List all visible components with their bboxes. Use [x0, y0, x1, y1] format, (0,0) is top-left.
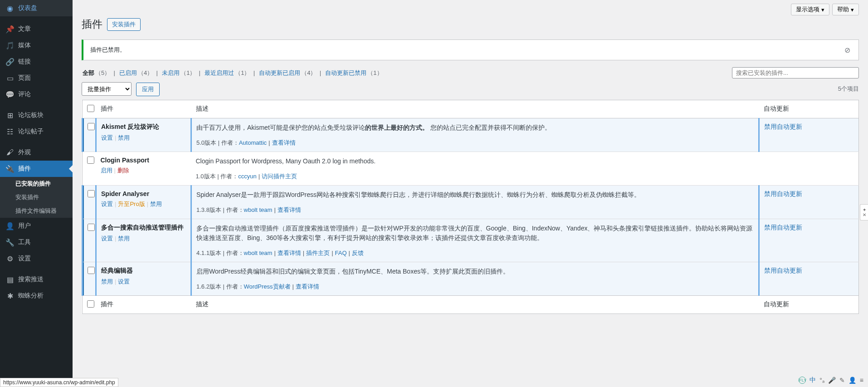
- auto-update-toggle[interactable]: 禁用自动更新: [764, 267, 802, 274]
- add-new-plugin-button[interactable]: 安装插件: [107, 18, 141, 31]
- plugins-table: 插件 描述 自动更新 Akismet 反垃圾评论设置|禁用由千百万人使用，Aki…: [82, 100, 859, 314]
- plugin-action-link[interactable]: 禁用: [101, 278, 113, 285]
- sidebar-item-comments[interactable]: 💬评论: [0, 86, 73, 103]
- sidebar-item-settings[interactable]: ⚙设置: [0, 250, 73, 267]
- plugin-meta-link[interactable]: 插件主页: [306, 250, 330, 256]
- plugin-meta-link[interactable]: 查看详情: [272, 139, 296, 146]
- page-title: 插件: [82, 17, 102, 31]
- plugin-row-actions: 启用|删除: [101, 167, 187, 175]
- plugin-checkbox[interactable]: [87, 157, 94, 164]
- ime-user-icon[interactable]: 👤: [848, 377, 856, 384]
- plugin-checkbox[interactable]: [88, 224, 95, 231]
- ime-punct-icon[interactable]: °ₐ: [819, 377, 824, 384]
- plugin-author-link[interactable]: Automattic: [239, 139, 267, 146]
- filter-recent[interactable]: 最近启用过: [204, 69, 235, 76]
- plugin-meta-link[interactable]: 访问插件主页: [262, 173, 297, 180]
- sidebar-item-users[interactable]: 👤用户: [0, 218, 73, 234]
- filter-all[interactable]: 全部: [82, 69, 95, 76]
- apply-bulk-button[interactable]: 应用: [136, 83, 160, 96]
- plugin-action-link[interactable]: 设置: [101, 235, 113, 242]
- plugins-submenu: 已安装的插件 安装插件 插件文件编辑器: [0, 177, 73, 218]
- chevron-down-icon: ▾: [821, 6, 824, 13]
- filter-inactive[interactable]: 未启用: [161, 69, 180, 76]
- sidebar-item-posts[interactable]: 📌文章: [0, 21, 73, 37]
- auto-update-toggle[interactable]: 禁用自动更新: [764, 224, 802, 231]
- plugin-action-link[interactable]: 禁用: [118, 235, 130, 242]
- select-all-checkbox[interactable]: [87, 105, 94, 112]
- sidebar-item-appearance[interactable]: 🖌外观: [0, 144, 73, 161]
- plugin-action-link[interactable]: 设置: [101, 201, 113, 207]
- plugin-checkbox[interactable]: [88, 267, 95, 274]
- notice-message: 插件已禁用。: [90, 46, 126, 54]
- chevron-down-icon: ▾: [851, 6, 854, 13]
- dashboard-icon: ◉: [5, 4, 15, 13]
- sidebar-item-forum-boards[interactable]: ⊞论坛板块: [0, 107, 73, 123]
- plugin-meta: 4.1.1版本 | 作者：wbolt team|查看详情|插件主页|FAQ|反馈: [196, 249, 754, 257]
- plugin-author-link[interactable]: wbolt team: [244, 250, 273, 256]
- submenu-installed-plugins[interactable]: 已安装的插件: [0, 177, 73, 191]
- col-auto-footer: 自动更新: [759, 295, 859, 314]
- bulk-action-select[interactable]: 批量操作: [82, 82, 132, 96]
- sidebar-item-spider[interactable]: ✱蜘蛛分析: [0, 288, 73, 304]
- sidebar-item-search-push[interactable]: ▤搜索推送: [0, 271, 73, 288]
- spider-icon: ✱: [5, 291, 15, 300]
- plugin-action-link[interactable]: 禁用: [118, 134, 130, 141]
- plugin-meta: 1.6.2版本 | 作者：WordPress贡献者|查看详情: [196, 283, 754, 291]
- plugin-meta-link[interactable]: 查看详情: [278, 206, 301, 213]
- plugin-action-link[interactable]: 启用: [101, 167, 112, 174]
- boards-icon: ⊞: [5, 111, 15, 120]
- sidebar-item-dashboard[interactable]: ◉仪表盘: [0, 0, 73, 16]
- plugin-author-link[interactable]: wbolt team: [244, 206, 273, 213]
- plugin-row: 经典编辑器禁用|设置启用WordPress经典编辑器和旧式的编辑文章页面，包括T…: [83, 262, 859, 295]
- search-plugins-input[interactable]: [732, 67, 859, 78]
- filter-auto-off[interactable]: 自动更新已禁用: [324, 69, 367, 76]
- screen-options-button[interactable]: 显示选项 ▾: [791, 4, 829, 15]
- submenu-plugin-editor[interactable]: 插件文件编辑器: [0, 204, 73, 218]
- sidebar-item-plugins[interactable]: 🔌插件: [0, 161, 73, 177]
- plugin-meta-link[interactable]: FAQ: [335, 250, 347, 256]
- media-icon: 🎵: [5, 41, 15, 50]
- col-desc-header[interactable]: 描述: [191, 100, 759, 118]
- filter-active[interactable]: 已启用: [118, 69, 138, 76]
- submenu-add-plugin[interactable]: 安装插件: [0, 191, 73, 204]
- right-edge-widget[interactable]: ✦✕: [860, 204, 868, 220]
- link-icon: 🔗: [5, 57, 15, 66]
- select-all-checkbox-bottom[interactable]: [87, 300, 94, 308]
- plugin-action-link[interactable]: 升至Pro版: [118, 201, 145, 207]
- plugin-action-link[interactable]: 设置: [101, 134, 113, 141]
- plugin-title: Clogin Passport: [101, 157, 187, 164]
- sidebar-item-links[interactable]: 🔗链接: [0, 54, 73, 70]
- plugin-author-link[interactable]: cccyun: [238, 173, 256, 180]
- ime-logo-icon[interactable]: iFLY: [799, 377, 806, 384]
- sidebar-item-forum-posts[interactable]: ☷论坛帖子: [0, 123, 73, 140]
- auto-update-toggle[interactable]: 禁用自动更新: [764, 123, 802, 130]
- col-auto-header[interactable]: 自动更新: [759, 100, 859, 118]
- help-button[interactable]: 帮助 ▾: [832, 4, 859, 15]
- ime-menu-icon[interactable]: ≡: [860, 377, 863, 384]
- dismiss-notice-button[interactable]: ⊘: [843, 45, 852, 54]
- ime-edit-icon[interactable]: ✎: [839, 377, 845, 384]
- page-icon: ▭: [5, 73, 15, 83]
- sidebar-item-tools[interactable]: 🔧工具: [0, 234, 73, 250]
- plugin-meta-link[interactable]: 反馈: [352, 250, 364, 256]
- plugin-checkbox[interactable]: [88, 123, 95, 130]
- plugin-action-link[interactable]: 删除: [117, 167, 129, 174]
- plugin-row: Clogin Passport启用|删除Clogin Passport for …: [83, 152, 859, 185]
- plugin-meta-link[interactable]: 查看详情: [278, 250, 301, 256]
- plugin-title: Spider Analyser: [101, 190, 186, 197]
- plugin-title: 经典编辑器: [101, 267, 186, 275]
- plugin-action-link[interactable]: 禁用: [150, 201, 162, 207]
- col-plugin-header[interactable]: 插件: [96, 100, 191, 118]
- plugin-checkbox[interactable]: [88, 190, 95, 197]
- plugin-row-actions: 设置|禁用: [101, 134, 186, 142]
- auto-update-toggle[interactable]: 禁用自动更新: [764, 190, 802, 197]
- filter-auto-on[interactable]: 自动更新已启用: [258, 69, 301, 76]
- ime-cn-icon[interactable]: 中: [809, 376, 816, 384]
- plugin-author-link[interactable]: WordPress贡献者: [244, 283, 291, 290]
- posts-icon: ☷: [5, 127, 15, 136]
- sidebar-item-media[interactable]: 🎵媒体: [0, 37, 73, 54]
- ime-mic-icon[interactable]: 🎤: [828, 377, 836, 384]
- plugin-meta-link[interactable]: 查看详情: [296, 283, 319, 290]
- plugin-action-link[interactable]: 设置: [118, 278, 130, 285]
- sidebar-item-pages[interactable]: ▭页面: [0, 70, 73, 86]
